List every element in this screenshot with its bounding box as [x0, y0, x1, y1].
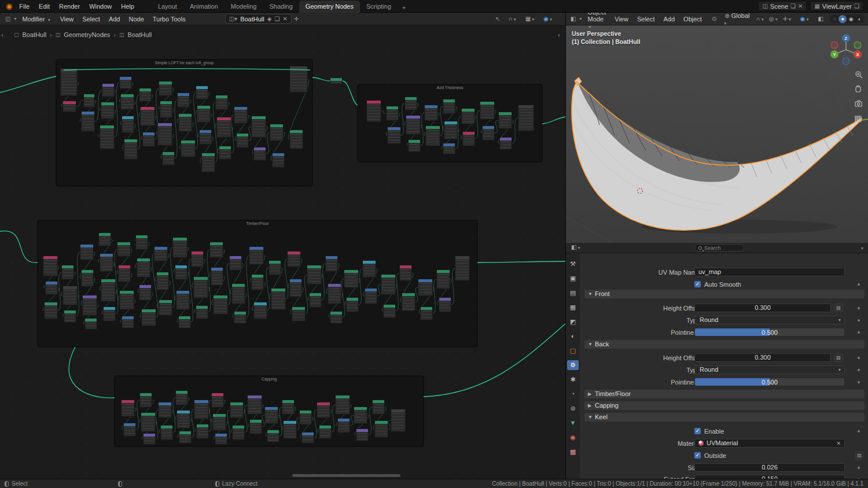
unlink-material-icon[interactable]: ✕	[836, 440, 841, 448]
node[interactable]	[154, 246, 168, 261]
menu-object[interactable]: Object	[679, 16, 706, 23]
node[interactable]	[176, 290, 190, 310]
node[interactable]	[118, 265, 131, 282]
node[interactable]	[101, 102, 115, 119]
node[interactable]	[83, 94, 95, 108]
node[interactable]	[289, 130, 303, 149]
node[interactable]	[443, 143, 455, 154]
node[interactable]	[439, 297, 451, 312]
props-tab-tool[interactable]: ⚒	[567, 259, 579, 269]
node[interactable]	[139, 88, 152, 102]
node[interactable]	[299, 410, 312, 425]
proportional-edit-icon[interactable]: ◎▾	[767, 16, 781, 22]
node[interactable]	[100, 253, 113, 272]
section-capping[interactable]: ▶ Capping	[584, 401, 865, 410]
tab-modeling[interactable]: Modeling	[225, 1, 263, 13]
node[interactable]	[444, 121, 458, 139]
animate-dot[interactable]	[858, 381, 860, 383]
node[interactable]	[101, 279, 116, 302]
animate-dot[interactable]	[858, 369, 860, 371]
node[interactable]	[196, 424, 209, 439]
node[interactable]	[81, 111, 95, 132]
node[interactable]	[253, 147, 266, 161]
node[interactable]	[157, 123, 172, 146]
props-tab-output[interactable]: ▤	[567, 288, 579, 298]
node[interactable]	[402, 293, 415, 311]
animate-dot[interactable]	[858, 331, 860, 334]
node[interactable]	[123, 423, 136, 437]
node[interactable]	[234, 106, 248, 124]
node[interactable]	[301, 432, 314, 443]
node[interactable]	[193, 276, 208, 298]
animate-dot[interactable]	[858, 430, 860, 432]
props-tab-scene[interactable]: ◩	[567, 317, 579, 327]
breadcrumb-object[interactable]: BoatHull	[23, 31, 47, 38]
add-workspace-button[interactable]: +	[398, 2, 410, 13]
props-tab-object[interactable]: ▢	[567, 346, 579, 356]
props-tab-data[interactable]: ▼	[567, 418, 579, 428]
node[interactable]	[317, 402, 330, 418]
node[interactable]	[372, 400, 385, 415]
menu-turbo-tools[interactable]: Turbo Tools	[149, 16, 190, 23]
animate-dot[interactable]	[858, 319, 860, 321]
blender-logo-icon[interactable]: ◉	[6, 2, 12, 10]
section-back[interactable]: ▼ Back	[584, 340, 865, 349]
node[interactable]	[172, 237, 187, 258]
node[interactable]	[231, 283, 245, 304]
tab-shading[interactable]: Shading	[263, 1, 299, 13]
node[interactable]	[100, 125, 115, 149]
menu-help[interactable]: Help	[116, 3, 139, 10]
menu-view[interactable]: View	[56, 16, 78, 23]
props-tab-texture[interactable]: ▩	[567, 447, 579, 457]
editor-type-icon[interactable]: ◫	[3, 16, 12, 22]
node[interactable]	[197, 105, 211, 123]
node[interactable]	[196, 305, 208, 319]
horizontal-scrollbar[interactable]	[292, 474, 400, 477]
node[interactable]	[199, 130, 212, 145]
properties-search[interactable]: Search	[694, 244, 744, 252]
new-tree-icon[interactable]: ❏	[274, 16, 279, 22]
node[interactable]	[269, 260, 281, 275]
node[interactable]	[162, 151, 175, 165]
node[interactable]	[374, 420, 388, 438]
animate-dot[interactable]	[858, 283, 860, 286]
node[interactable]	[499, 137, 512, 150]
front-height-offset-field[interactable]: 0.300	[694, 304, 831, 312]
node[interactable]	[251, 116, 266, 138]
node[interactable]	[103, 306, 116, 321]
menu-select[interactable]: Select	[78, 16, 104, 23]
node[interactable]	[156, 272, 169, 290]
node[interactable]	[289, 279, 302, 297]
animate-dot[interactable]	[858, 357, 860, 359]
shading-material-icon[interactable]: ◉	[847, 15, 856, 23]
keel-size-field[interactable]: 0.026	[694, 463, 845, 472]
node[interactable]	[366, 100, 381, 122]
node[interactable]	[307, 265, 322, 284]
node[interactable]	[135, 235, 148, 250]
animate-dot[interactable]	[858, 467, 860, 469]
node[interactable]	[122, 316, 134, 328]
node[interactable]	[420, 306, 433, 320]
node[interactable]	[158, 402, 172, 418]
node[interactable]	[122, 116, 134, 133]
node[interactable]	[271, 288, 286, 310]
object-mode-dropdown[interactable]: Object Mode ▾	[583, 13, 610, 29]
node[interactable]	[45, 281, 58, 295]
scene-selector[interactable]: ◫ Scene ❏ ✕	[758, 1, 807, 11]
viewlayer-selector[interactable]: ▦ ViewLayer ❏	[810, 1, 863, 11]
node[interactable]	[498, 112, 512, 129]
node[interactable]	[143, 433, 156, 445]
region-toggle-right-icon[interactable]: ‹	[558, 31, 560, 38]
shading-solid-icon[interactable]: ●	[838, 15, 846, 23]
filter-dropdown-icon[interactable]: ▾	[860, 246, 865, 251]
editor-type-icon[interactable]: ◧▾	[569, 244, 583, 250]
node[interactable]	[229, 256, 242, 271]
node-frame[interactable]: Timber/Floor	[38, 220, 477, 347]
props-tab-world[interactable]: ◐	[567, 331, 579, 341]
node[interactable]	[213, 295, 228, 315]
node[interactable]	[455, 256, 470, 281]
texture-button-icon[interactable]: ▨	[855, 451, 863, 460]
node[interactable]	[408, 139, 421, 152]
menu-select[interactable]: Select	[633, 16, 659, 23]
node[interactable]	[356, 428, 369, 441]
